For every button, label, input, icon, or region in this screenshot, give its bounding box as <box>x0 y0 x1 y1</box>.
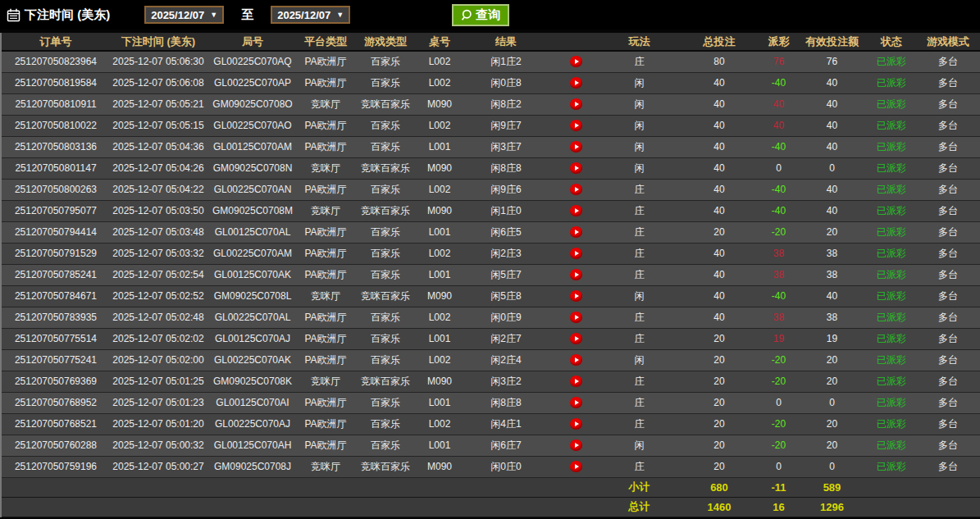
result-cell: 闲5庄7 <box>461 264 551 285</box>
date-to-select[interactable]: 2025/12/07 ▼ <box>271 6 350 24</box>
total-bet-cell: 80 <box>678 51 760 72</box>
play-video-icon[interactable] <box>570 184 582 195</box>
play-video-icon[interactable] <box>570 290 582 302</box>
bet-time-cell: 2025-12-07 05:06:08 <box>110 72 207 93</box>
payout-cell: 0 <box>760 456 797 477</box>
platform-cell: PA欧洲厅 <box>299 115 353 136</box>
table-no-cell: M090 <box>418 456 461 477</box>
column-header-result: 结果 <box>461 33 551 51</box>
table-no-cell: L002 <box>418 307 461 328</box>
chevron-down-icon: ▼ <box>336 11 344 19</box>
result-cell: 闲3庄7 <box>461 136 551 157</box>
round-cell: GL00225C070AQ <box>207 51 299 72</box>
game-mode-cell: 多台 <box>916 179 980 200</box>
to-label: 至 <box>241 7 253 23</box>
order-cell: 251207050783935 <box>2 307 110 328</box>
table-row: 2512070508100222025-12-07 05:05:15GL0022… <box>2 115 980 136</box>
play-cell: 闲 <box>600 93 678 115</box>
play-video-icon[interactable] <box>570 77 582 89</box>
play-video-icon[interactable] <box>570 141 582 153</box>
result-cell: 闲6庄5 <box>461 221 551 243</box>
total-valid-bet: 1296 <box>797 497 867 517</box>
subtotal-mode-spacer <box>916 477 980 497</box>
play-video-icon[interactable] <box>570 312 582 323</box>
toolbar: 下注时间 (美东) 2025/12/07 ▼ 至 2025/12/07 ▼ 查询 <box>0 0 980 30</box>
game-type-cell: 百家乐 <box>353 435 418 456</box>
play-cell: 庄 <box>600 413 678 435</box>
round-cell: GL00125C070AL <box>207 221 299 243</box>
column-header-valid-bet: 有效投注额 <box>797 33 867 51</box>
subtotal-status-spacer <box>867 477 916 497</box>
status-cell: 已派彩 <box>867 179 916 200</box>
bet-time-cell: 2025-12-07 05:02:54 <box>110 264 207 285</box>
game-type-cell: 百家乐 <box>353 243 418 264</box>
game-type-cell: 竞咪百家乐 <box>353 93 418 115</box>
table-no-cell: L002 <box>418 51 461 72</box>
replay-cell <box>551 328 600 349</box>
play-video-icon[interactable] <box>570 333 582 344</box>
order-cell: 251207050775241 <box>2 349 110 371</box>
query-button[interactable]: 查询 <box>452 4 509 26</box>
game-type-cell: 竞咪百家乐 <box>353 285 418 307</box>
date-from-select[interactable]: 2025/12/07 ▼ <box>144 6 224 24</box>
play-video-icon[interactable] <box>570 248 582 259</box>
order-cell: 251207050775514 <box>2 328 110 349</box>
bet-time-cell: 2025-12-07 05:01:23 <box>110 392 207 413</box>
play-video-icon[interactable] <box>570 162 582 174</box>
game-type-cell: 竞咪百家乐 <box>353 157 418 179</box>
order-cell: 251207050801147 <box>2 157 110 179</box>
round-cell: GL00225C070AM <box>207 243 299 264</box>
play-video-icon[interactable] <box>570 269 582 280</box>
payout-cell: -40 <box>760 136 797 157</box>
play-video-icon[interactable] <box>570 56 582 67</box>
payout-cell: -20 <box>760 221 797 243</box>
valid-bet-cell: 76 <box>797 51 867 72</box>
platform-cell: 竞咪厅 <box>299 456 353 477</box>
order-cell: 251207050810022 <box>2 115 110 136</box>
game-mode-cell: 多台 <box>916 72 980 93</box>
play-cell: 闲 <box>600 115 678 136</box>
play-video-icon[interactable] <box>570 461 582 472</box>
play-video-icon[interactable] <box>570 418 582 430</box>
table-no-cell: L001 <box>418 136 461 157</box>
platform-cell: PA欧洲厅 <box>299 136 353 157</box>
play-video-icon[interactable] <box>570 205 582 216</box>
play-cell: 庄 <box>600 179 678 200</box>
play-cell: 庄 <box>600 51 678 72</box>
status-cell: 已派彩 <box>867 435 916 456</box>
total-bet-cell: 40 <box>678 285 760 307</box>
total-bet-cell: 20 <box>678 435 760 456</box>
play-video-icon[interactable] <box>570 98 582 110</box>
result-cell: 闲8庄8 <box>461 157 551 179</box>
order-cell: 251207050795077 <box>2 200 110 221</box>
platform-cell: 竞咪厅 <box>299 285 353 307</box>
game-mode-cell: 多台 <box>916 456 980 477</box>
date-from-value: 2025/12/07 <box>151 9 204 21</box>
search-icon <box>461 9 473 21</box>
replay-cell <box>551 307 600 328</box>
game-mode-cell: 多台 <box>916 435 980 456</box>
subtotal-total-bet: 680 <box>678 477 760 497</box>
total-bet-cell: 20 <box>678 328 760 349</box>
platform-cell: PA欧洲厅 <box>299 51 353 72</box>
play-video-icon[interactable] <box>570 120 582 131</box>
valid-bet-cell: 40 <box>797 179 867 200</box>
status-cell: 已派彩 <box>867 51 916 72</box>
bet-records-table: 订单号下注时间 (美东)局号平台类型游戏类型桌号结果玩法总投注派彩有效投注额状态… <box>2 33 980 517</box>
total-bet-cell: 20 <box>678 392 760 413</box>
game-mode-cell: 多台 <box>916 264 980 285</box>
game-mode-cell: 多台 <box>916 136 980 157</box>
play-cell: 庄 <box>600 243 678 264</box>
platform-cell: PA欧洲厅 <box>299 413 353 435</box>
play-video-icon[interactable] <box>570 376 582 387</box>
bet-time-cell: 2025-12-07 05:02:48 <box>110 307 207 328</box>
game-type-cell: 百家乐 <box>353 51 418 72</box>
table-row: 2512070507602882025-12-07 05:00:32GL0012… <box>2 435 980 456</box>
play-video-icon[interactable] <box>570 226 582 238</box>
column-header-status: 状态 <box>867 33 916 51</box>
total-bet-cell: 40 <box>678 179 760 200</box>
play-video-icon[interactable] <box>570 354 582 366</box>
payout-cell: 38 <box>760 307 797 328</box>
play-video-icon[interactable] <box>570 439 582 451</box>
play-video-icon[interactable] <box>570 397 582 408</box>
